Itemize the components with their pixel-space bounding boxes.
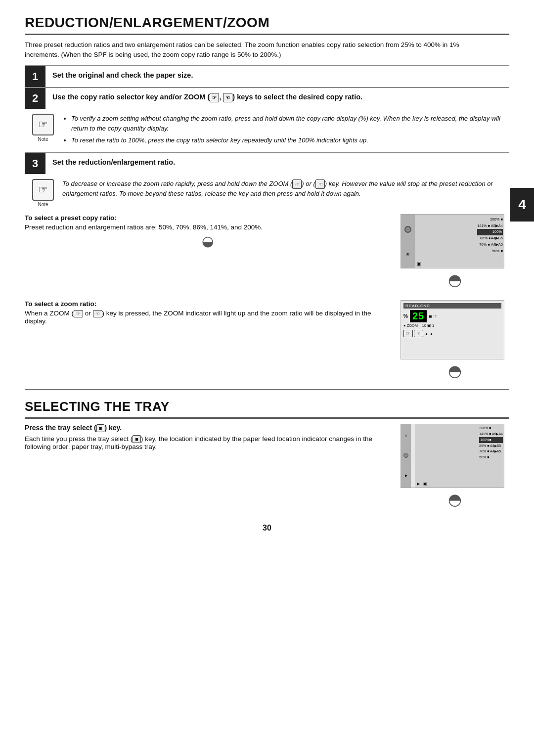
zoom-ratio-title: To select a zoom ratio:	[25, 300, 391, 308]
ratio-141: 141% ■ A5▶A4	[477, 223, 503, 229]
note-2-icon: ☞	[32, 179, 54, 201]
note-1-list: To verify a zoom setting without changin…	[62, 114, 509, 145]
hand-2-icon: ◓	[400, 270, 509, 289]
preset-text-col: To select a preset copy ratio: Preset re…	[25, 214, 391, 249]
zoom-indicator-row: ● ZOOM 10 ▣ 1	[403, 323, 501, 328]
hand-3-icon: ◓	[400, 361, 509, 380]
tray-panel-col: 5 ▶ 200% ■ 141% ■ A5▶A4 100%■ 86% ■ A4▶B…	[400, 424, 509, 509]
t-ratio-50: 50% ■	[479, 454, 503, 460]
zoom-key-b-icon: ☜	[93, 310, 102, 317]
zoom-key-left-icon: ☞	[403, 330, 413, 337]
step-2-content: Use the copy ratio selector key and/or Z…	[45, 88, 509, 109]
tray-body: Each time you press the tray select (■) …	[25, 435, 391, 450]
tray-text-col: Press the tray select (■) key. Each time…	[25, 424, 391, 450]
section2-title: SELECTING THE TRAY	[25, 399, 509, 419]
zoom-display-row: % 25 ■ ☞	[403, 310, 501, 322]
ratio-50: 50% ■	[477, 248, 503, 255]
tray-arrow-icon: ▶	[405, 474, 407, 478]
note-1-icon-wrap: ☞ Note	[30, 114, 56, 142]
step-3-number: 3	[25, 153, 45, 174]
tray-bottom-icon: ▶ ▣	[417, 482, 427, 486]
note-finger-icon: ☞	[38, 118, 48, 131]
zoom-step: 10 ▣ 1	[422, 323, 434, 328]
note-1-label: Note	[38, 136, 48, 142]
step-2-number: 2	[25, 88, 45, 109]
zoom-ratio-body: When a ZOOM (☞ or ☜) key is pressed, the…	[25, 310, 391, 325]
preset-two-col: To select a preset copy ratio: Preset re…	[25, 214, 509, 289]
note-1-item-1: To verify a zoom setting without changin…	[71, 114, 509, 133]
tray-panel-img: 5 ▶ 200% ■ 141% ■ A5▶A4 100%■ 86% ■ A4▶B…	[400, 424, 504, 488]
note-2-label: Note	[38, 202, 48, 207]
preset-panel-img: ▣ 200% ■ 141% ■ A5▶A4 100% 86% ●A4▶B5 70…	[400, 214, 504, 268]
zoom-key-down2-icon: ☞	[292, 179, 302, 189]
percent-label: %	[403, 313, 408, 319]
zoom-text-col: To select a zoom ratio: When a ZOOM (☞ o…	[25, 300, 391, 325]
zoom-key-right-icon: ☜	[414, 330, 423, 337]
panel-ratio-list: 200% ■ 141% ■ A5▶A4 100% 86% ●A4▶B5 70% …	[477, 217, 503, 255]
read-end-bar: READ-END	[403, 303, 501, 309]
t-ratio-70: 70% ■ A4▶A5	[479, 448, 503, 454]
tray-select-key-icon: ■	[96, 424, 105, 432]
panel-label: ▣	[406, 252, 410, 256]
zoom-panel-img: READ-END % 25 ■ ☞ ● ZOOM 10 ▣ 1 ☞ ☜ ▲ ▲	[400, 300, 504, 359]
note-1-text: To verify a zoom setting without changin…	[62, 114, 509, 147]
tray-key-inline-icon: ■	[133, 435, 141, 443]
zoom-key-up-icon: ☜	[223, 93, 232, 102]
preset-panel-col: ▣ 200% ■ 141% ■ A5▶A4 100% 86% ●A4▶B5 70…	[400, 214, 509, 289]
hand-1-icon: ◒	[25, 233, 391, 249]
tray-two-col: Press the tray select (■) key. Each time…	[25, 424, 509, 509]
zoom-ratio-section: To select a zoom ratio: When a ZOOM (☞ o…	[25, 300, 509, 380]
hand-4-icon: ◓	[400, 490, 509, 509]
note-1-icon: ☞	[32, 114, 54, 135]
zoom-label: ZOOM	[407, 323, 418, 328]
tray-panel-left: 5 ▶	[401, 424, 411, 488]
tab-number: 4	[518, 197, 526, 212]
tray-main-area: 200% ■ 141% ■ A5▶A4 100%■ 86% ■ A4▶B5 70…	[415, 424, 504, 488]
page-tab: 4	[510, 188, 534, 222]
panel-main-area: 200% ■ 141% ■ A5▶A4 100% 86% ●A4▶B5 70% …	[415, 215, 504, 268]
note-2-text: To decrease or increase the zoom ratio r…	[62, 179, 509, 199]
zoom-two-col: To select a zoom ratio: When a ZOOM (☞ o…	[25, 300, 509, 380]
step-1-content: Set the original and check the paper siz…	[45, 66, 509, 87]
t-ratio-86: 86% ■ A4▶B5	[479, 443, 503, 449]
zoom-number: 25	[410, 310, 427, 322]
section1-intro: Three preset reduction ratios and two en…	[25, 40, 480, 60]
panel-bottom-icon: ▣	[417, 261, 421, 267]
step-2-row: 2 Use the copy ratio selector key and/or…	[25, 87, 509, 109]
page-number: 30	[25, 524, 509, 533]
t-ratio-200: 200% ■	[479, 425, 503, 431]
note-1-box: ☞ Note To verify a zoom setting without …	[30, 114, 509, 147]
note-2-finger-icon: ☞	[38, 183, 48, 196]
preset-body: Preset reduction and enlargement ratios …	[25, 223, 391, 231]
tray-ratio-list: 200% ■ 141% ■ A5▶A4 100%■ 86% ■ A4▶B5 70…	[479, 425, 503, 460]
tray-key-heading: Press the tray select (■) key.	[25, 424, 391, 432]
panel-dot-icon	[404, 226, 411, 233]
t-ratio-100: 100%■	[479, 437, 503, 443]
tray-dot-icon	[403, 453, 408, 458]
ratio-70: 70% ■ A4▶A5	[477, 242, 503, 248]
step-3-label: Set the reduction/enlargement ratio.	[52, 158, 175, 166]
ratio-200: 200% ■	[477, 217, 503, 223]
zoom-key-up2-icon: ☜	[315, 179, 325, 189]
zoom-icon-sm: ■ ☞	[429, 313, 438, 319]
step-1-row: 1 Set the original and check the paper s…	[25, 65, 509, 87]
note-2-icon-wrap: ☞ Note	[30, 179, 56, 207]
panel-left-strip: ▣	[401, 215, 415, 268]
tray-strip-label: 5	[405, 434, 407, 438]
step-2-label: Use the copy ratio selector key and/or Z…	[52, 93, 362, 101]
preset-section: To select a preset copy ratio: Preset re…	[25, 214, 509, 289]
ratio-86: 86% ●A4▶B5	[477, 235, 503, 242]
zoom-key-a-icon: ☞	[74, 310, 83, 317]
ratio-100: 100%	[477, 229, 503, 235]
step-3-row: 3 Set the reduction/enlargement ratio.	[25, 152, 509, 174]
zoom-panel-col: READ-END % 25 ■ ☞ ● ZOOM 10 ▣ 1 ☞ ☜ ▲ ▲ …	[400, 300, 509, 380]
section-divider	[25, 389, 509, 390]
note-2-box: ☞ Note To decrease or increase the zoom …	[30, 179, 509, 207]
step-3-content: Set the reduction/enlargement ratio.	[45, 153, 509, 174]
zoom-key-down-icon: ☞	[210, 93, 219, 102]
section1-title: REDUCTION/ENLARGEMENT/ZOOM	[25, 15, 509, 35]
step-1-number: 1	[25, 66, 45, 87]
preset-title: To select a preset copy ratio:	[25, 214, 391, 222]
t-ratio-141: 141% ■ A5▶A4	[479, 431, 503, 437]
step-1-label: Set the original and check the paper siz…	[52, 71, 193, 79]
